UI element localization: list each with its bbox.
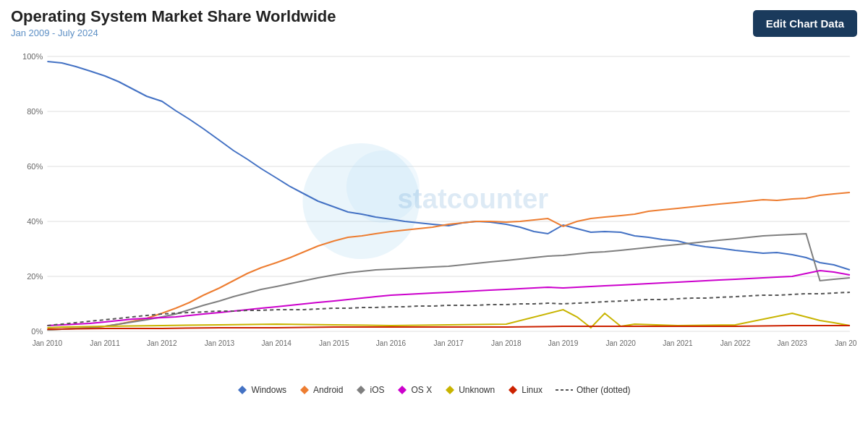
svg-text:statcounter: statcounter [398,184,549,215]
windows-legend-icon [237,385,247,395]
chart-header: Operating System Market Share Worldwide … [11,7,857,38]
chart-area: 100% 80% 60% 40% 20% 0% Jan 2010 Jan 201… [11,42,857,382]
main-container: Operating System Market Share Worldwide … [0,0,868,437]
svg-text:Jan 2019: Jan 2019 [548,339,579,347]
legend-item-windows[interactable]: Windows [237,385,286,395]
legend-label-linux: Linux [522,385,542,395]
ios-line [47,234,849,330]
svg-text:Jan 2010: Jan 2010 [33,339,63,347]
legend-item-android[interactable]: Android [299,385,343,395]
title-block: Operating System Market Share Worldwide … [11,7,336,38]
svg-text:Jan 2023: Jan 2023 [778,339,808,347]
linux-legend-icon [508,385,518,395]
other-line [47,292,849,326]
osx-legend-icon [397,385,407,395]
legend-item-osx[interactable]: OS X [397,385,432,395]
legend-label-ios: iOS [370,385,384,395]
svg-text:Jan 2018: Jan 2018 [491,339,522,347]
android-legend-icon [299,385,310,395]
svg-text:Jan 2022: Jan 2022 [720,339,751,347]
svg-text:Jan 2015: Jan 2015 [319,339,349,347]
ios-legend-icon [356,385,366,395]
svg-marker-34 [446,386,454,394]
svg-marker-35 [509,386,517,394]
legend-item-linux[interactable]: Linux [508,385,542,395]
legend-label-osx: OS X [411,385,432,395]
svg-marker-30 [238,386,247,394]
svg-text:Jan 2021: Jan 2021 [663,339,693,347]
chart-title: Operating System Market Share Worldwide [11,7,336,26]
legend-item-unknown[interactable]: Unknown [445,385,495,395]
legend-item-other[interactable]: Other (dotted) [556,385,631,395]
svg-marker-33 [398,386,407,394]
svg-text:Jan 2024: Jan 2024 [835,339,857,347]
svg-text:Jan 2016: Jan 2016 [376,339,407,347]
svg-text:20%: 20% [27,272,43,281]
svg-text:Jan 2020: Jan 2020 [605,339,636,347]
svg-text:80%: 80% [27,107,43,116]
svg-text:40%: 40% [27,217,43,226]
other-legend-icon [556,385,573,395]
osx-line [47,271,849,326]
chart-legend: Windows Android iOS OS X Unknown [11,385,857,395]
chart-subtitle: Jan 2009 - July 2024 [11,27,336,38]
legend-label-unknown: Unknown [459,385,495,395]
unknown-legend-icon [445,385,455,395]
legend-label-other: Other (dotted) [576,385,631,395]
svg-text:60%: 60% [27,162,43,171]
edit-chart-data-button[interactable]: Edit Chart Data [753,10,857,37]
legend-item-ios[interactable]: iOS [356,385,384,395]
svg-text:100%: 100% [22,52,43,61]
legend-label-windows: Windows [251,385,286,395]
svg-text:Jan 2014: Jan 2014 [261,339,292,347]
svg-text:Jan 2012: Jan 2012 [147,339,177,347]
svg-text:0%: 0% [31,327,43,336]
svg-text:Jan 2011: Jan 2011 [90,339,120,347]
legend-label-android: Android [313,385,343,395]
svg-text:Jan 2013: Jan 2013 [205,339,235,347]
svg-marker-31 [300,386,309,394]
unknown-line [47,310,849,328]
chart-svg: 100% 80% 60% 40% 20% 0% Jan 2010 Jan 201… [11,42,857,382]
svg-marker-32 [357,386,365,394]
svg-text:Jan 2017: Jan 2017 [433,339,464,347]
